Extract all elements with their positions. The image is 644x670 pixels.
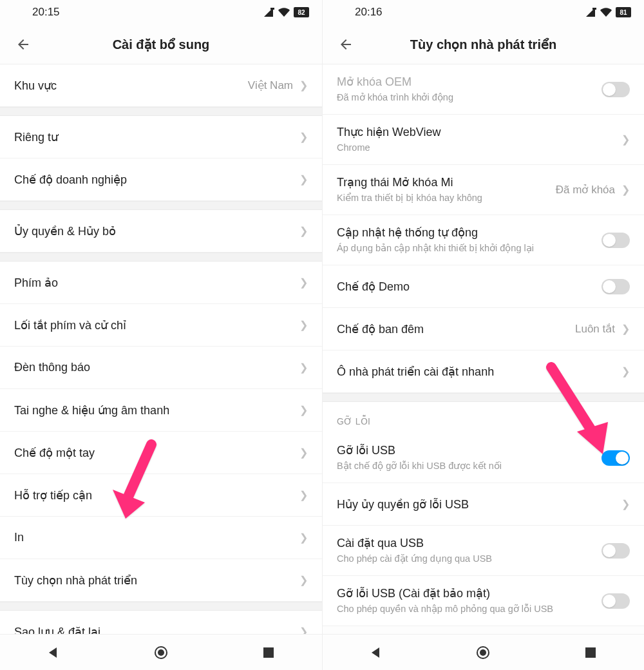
chevron-right-icon: ❯: [299, 574, 308, 586]
status-bar: 20:16 81: [323, 0, 644, 24]
row-privacy[interactable]: Riêng tư ❯: [0, 116, 322, 158]
status-time: 20:16: [355, 6, 383, 19]
chevron-right-icon: ❯: [299, 489, 308, 501]
back-button[interactable]: [10, 32, 36, 57]
header: Tùy chọn nhà phát triển: [323, 24, 644, 64]
svg-rect-0: [270, 8, 274, 10]
row-revoke-usb-auth[interactable]: Hủy ủy quyền gỡ lỗi USB ❯: [323, 483, 644, 526]
toggle-auto-update[interactable]: [601, 233, 630, 248]
nav-home-button[interactable]: [152, 644, 170, 662]
svg-point-2: [158, 649, 164, 656]
wifi-icon: [278, 8, 290, 17]
toggle-oem-unlock: [601, 82, 630, 97]
signal-icon: [586, 8, 596, 17]
row-usb-debugging[interactable]: Gỡ lỗi USB Bật chế độ gỡ lỗi khi USB đượ…: [323, 433, 644, 483]
status-time: 20:15: [32, 6, 60, 19]
chevron-right-icon: ❯: [621, 498, 630, 510]
row-quick-settings-tile[interactable]: Ô nhà phát triển cài đặt nhanh ❯: [323, 350, 644, 393]
chevron-right-icon: ❯: [299, 173, 308, 186]
row-accessibility[interactable]: Hỗ trợ tiếp cận ❯: [0, 474, 322, 517]
row-oem-unlock: Mở khóa OEM Đã mở khóa trình khởi động: [323, 64, 644, 115]
chevron-right-icon: ❯: [299, 276, 308, 289]
section-debugging: GỠ LỖI: [323, 402, 644, 433]
row-print[interactable]: In ❯: [0, 517, 322, 559]
screen-additional-settings: 20:15 82 Cài đặt bổ sung Khu vực Việt Na…: [0, 0, 322, 670]
chevron-right-icon: ❯: [299, 446, 308, 459]
nav-home-button[interactable]: [474, 644, 492, 662]
nav-recents-button[interactable]: [260, 644, 278, 662]
battery-icon: 81: [616, 7, 631, 17]
chevron-right-icon: ❯: [621, 323, 630, 335]
back-button[interactable]: [333, 32, 359, 57]
row-virtual-keys[interactable]: Phím ảo ❯: [0, 262, 322, 304]
row-shortcuts-gestures[interactable]: Lối tắt phím và cử chỉ ❯: [0, 304, 322, 347]
wifi-icon: [600, 8, 612, 17]
chevron-right-icon: ❯: [299, 79, 308, 91]
nav-bar: [323, 634, 644, 670]
page-title: Tùy chọn nhà phát triển: [359, 37, 608, 52]
row-install-via-usb[interactable]: Cài đặt qua USB Cho phép cài đặt ứng dụn…: [323, 526, 644, 576]
row-developer-options[interactable]: Tùy chọn nhà phát triển ❯: [0, 559, 322, 602]
nav-back-button[interactable]: [44, 644, 62, 662]
screen-developer-options: 20:16 81 Tùy chọn nhà phát triển Mở khóa…: [322, 0, 644, 670]
toggle-usb-debugging[interactable]: [601, 450, 630, 466]
status-icons: 81: [586, 7, 631, 17]
row-region[interactable]: Khu vực Việt Nam ❯: [0, 64, 322, 107]
chevron-right-icon: ❯: [299, 225, 308, 237]
svg-rect-4: [592, 8, 596, 10]
row-enterprise-mode[interactable]: Chế độ doanh nghiệp ❯: [0, 158, 322, 201]
battery-icon: 82: [294, 7, 309, 17]
row-headphones-audio[interactable]: Tai nghe & hiệu ứng âm thanh ❯: [0, 389, 322, 432]
toggle-usb-debugging-security[interactable]: [601, 593, 630, 609]
nav-bar: [0, 634, 322, 670]
row-mi-unlock-status[interactable]: Trạng thái Mở khóa Mi Kiểm tra thiết bị …: [323, 165, 644, 215]
page-title: Cài đặt bổ sung: [36, 37, 286, 52]
nav-back-button[interactable]: [367, 644, 385, 662]
toggle-install-via-usb[interactable]: [601, 543, 630, 559]
row-authorization[interactable]: Ủy quyền & Hủy bỏ ❯: [0, 210, 322, 253]
header: Cài đặt bổ sung: [0, 24, 322, 64]
nav-recents-button[interactable]: [582, 644, 600, 662]
row-backup-reset[interactable]: Sao lưu & đặt lại ❯: [0, 611, 322, 634]
settings-list: Khu vực Việt Nam ❯ Riêng tư ❯ Chế độ doa…: [0, 64, 322, 634]
chevron-right-icon: ❯: [299, 404, 308, 416]
chevron-right-icon: ❯: [299, 361, 308, 374]
chevron-right-icon: ❯: [621, 133, 630, 146]
row-webview[interactable]: Thực hiện WebView Chrome ❯: [323, 115, 644, 165]
svg-rect-3: [263, 647, 274, 658]
signal-icon: [264, 8, 274, 17]
row-auto-system-update[interactable]: Cập nhật hệ thống tự động Áp dụng bản cậ…: [323, 215, 644, 265]
chevron-right-icon: ❯: [299, 626, 308, 634]
chevron-right-icon: ❯: [299, 319, 308, 331]
row-demo-mode[interactable]: Chế độ Demo: [323, 265, 644, 308]
svg-rect-7: [585, 647, 596, 658]
svg-point-6: [480, 649, 486, 656]
developer-list: Mở khóa OEM Đã mở khóa trình khởi động T…: [323, 64, 644, 634]
chevron-right-icon: ❯: [621, 184, 630, 196]
row-one-handed[interactable]: Chế độ một tay ❯: [0, 432, 322, 474]
row-usb-debugging-security[interactable]: Gỡ lỗi USB (Cài đặt bảo mật) Cho phép qu…: [323, 576, 644, 626]
status-bar: 20:15 82: [0, 0, 322, 24]
chevron-right-icon: ❯: [299, 531, 308, 544]
chevron-right-icon: ❯: [299, 131, 308, 143]
toggle-demo-mode[interactable]: [601, 279, 630, 294]
chevron-right-icon: ❯: [621, 365, 630, 378]
row-night-mode[interactable]: Chế độ ban đêm Luôn tắt ❯: [323, 308, 644, 350]
row-notification-light[interactable]: Đèn thông báo ❯: [0, 347, 322, 389]
status-icons: 82: [264, 7, 309, 17]
